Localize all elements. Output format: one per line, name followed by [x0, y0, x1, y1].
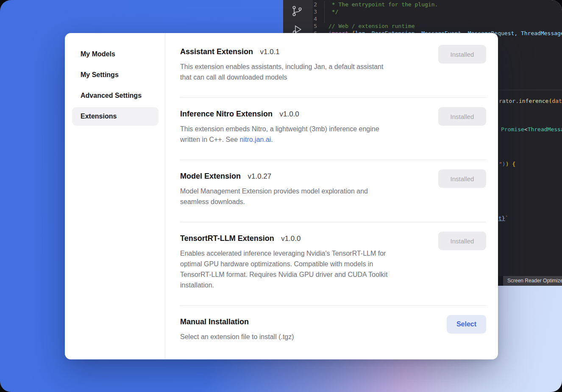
manual-installation-row: Manual Installation Select an extension …	[180, 306, 486, 351]
extension-title: TensortRT-LLM Extension	[180, 234, 274, 243]
extension-row-model: Model Extension v1.0.27 Model Management…	[180, 160, 486, 222]
settings-card: My Models My Settings Advanced Settings …	[65, 33, 498, 359]
screen-reader-status-item[interactable]: Screen Reader Optimized	[503, 276, 562, 286]
extensions-list: Assistant Extension v1.0.1 This extensio…	[165, 33, 498, 359]
extension-version: v1.0.27	[248, 172, 271, 180]
installed-button[interactable]: Installed	[438, 45, 486, 63]
code-fragment: Promise<ThreadMessage>	[501, 127, 562, 133]
extension-title: Assistant Extension	[180, 47, 253, 56]
extension-row-nitro: Inference Nitro Extension v1.0.0 This ex…	[180, 98, 486, 160]
sidebar-item-extensions[interactable]: Extensions	[72, 107, 159, 126]
app-window: 2 * The entrypoint for the plugin. 3 */ …	[0, 0, 562, 392]
code-fragment: ")) {	[499, 161, 515, 167]
extension-row-assistant: Assistant Extension v1.0.1 This extensio…	[180, 33, 486, 98]
line-number: 5	[283, 22, 317, 30]
installed-button[interactable]: Installed	[438, 169, 486, 188]
extension-description: Model Management Extension provides mode…	[180, 186, 434, 207]
nitro-jan-ai-link[interactable]: nitro.jan.ai.	[240, 136, 273, 143]
extension-version: v1.0.0	[281, 235, 300, 243]
settings-sidebar: My Models My Settings Advanced Settings …	[65, 33, 165, 359]
extension-description: This extension embeds Nitro, a lightweig…	[180, 124, 434, 145]
screenshot-stage: 2 * The entrypoint for the plugin. 3 */ …	[0, 0, 562, 392]
line-number: 3	[283, 8, 317, 15]
extension-description: This extension enables assistants, inclu…	[180, 61, 434, 83]
sidebar-item-my-models[interactable]: My Models	[72, 45, 159, 63]
code-text: // Web / extension runtime	[328, 22, 415, 30]
sidebar-item-my-settings[interactable]: My Settings	[72, 66, 159, 84]
extension-version: v1.0.0	[280, 110, 299, 118]
code-fragment: t}`	[498, 215, 508, 221]
code-line: 2 * The entrypoint for the plugin.	[283, 1, 562, 8]
manual-installation-description: Select an extension file to install (.tg…	[180, 331, 434, 342]
installed-button[interactable]: Installed	[438, 232, 486, 250]
extension-description: Enables accelerated inference leveraging…	[180, 248, 434, 290]
code-lines: 2 * The entrypoint for the plugin. 3 */ …	[283, 1, 562, 37]
manual-installation-title: Manual Installation	[180, 317, 249, 326]
extension-title: Inference Nitro Extension	[180, 110, 273, 118]
line-number: 2	[283, 1, 317, 8]
installed-button[interactable]: Installed	[438, 107, 486, 126]
code-line: 3 */	[283, 8, 562, 15]
code-text: * The entrypoint for the plugin.	[328, 1, 438, 8]
indent-guide	[324, 1, 325, 23]
code-text: */	[328, 8, 338, 15]
code-fragment: rator.inference(data));	[499, 98, 562, 104]
line-number: 4	[283, 15, 317, 22]
extension-title: Model Extension	[180, 172, 241, 180]
code-line: 5 // Web / extension runtime	[283, 22, 562, 30]
select-file-button[interactable]: Select	[447, 315, 486, 334]
extension-version: v1.0.1	[260, 48, 280, 56]
extension-row-tensorrt: TensortRT-LLM Extension v1.0.0 Enables a…	[180, 222, 486, 306]
code-line: 4	[283, 15, 562, 22]
sidebar-item-advanced-settings[interactable]: Advanced Settings	[72, 86, 159, 105]
